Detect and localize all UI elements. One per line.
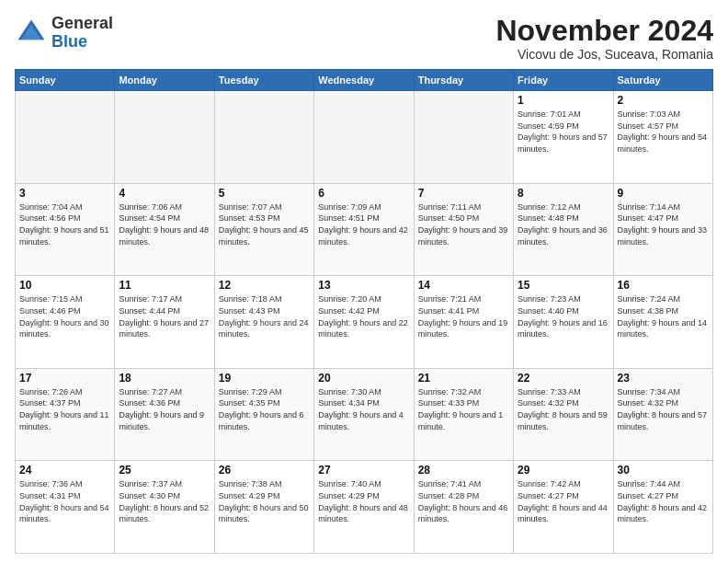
day-number: 27 (318, 464, 409, 477)
logo: General Blue (15, 15, 113, 52)
header: General Blue November 2024 Vicovu de Jos… (15, 15, 713, 62)
calendar-week-row: 1Sunrise: 7:01 AM Sunset: 4:59 PM Daylig… (16, 91, 713, 184)
calendar-cell: 7Sunrise: 7:11 AM Sunset: 4:50 PM Daylig… (414, 183, 513, 276)
calendar-cell (414, 91, 513, 184)
day-number: 29 (518, 464, 609, 477)
day-number: 23 (618, 372, 709, 385)
day-number: 20 (318, 372, 409, 385)
calendar-cell: 17Sunrise: 7:26 AM Sunset: 4:37 PM Dayli… (16, 368, 115, 461)
day-number: 28 (418, 464, 509, 477)
day-info: Sunrise: 7:17 AM Sunset: 4:44 PM Dayligh… (119, 293, 210, 339)
day-info: Sunrise: 7:41 AM Sunset: 4:28 PM Dayligh… (418, 478, 509, 524)
day-info: Sunrise: 7:37 AM Sunset: 4:30 PM Dayligh… (119, 478, 210, 524)
location: Vicovu de Jos, Suceava, Romania (495, 47, 713, 62)
calendar-cell: 27Sunrise: 7:40 AM Sunset: 4:29 PM Dayli… (314, 461, 414, 554)
calendar-cell (115, 91, 214, 184)
calendar-cell: 12Sunrise: 7:18 AM Sunset: 4:43 PM Dayli… (214, 276, 313, 369)
day-info: Sunrise: 7:14 AM Sunset: 4:47 PM Dayligh… (618, 201, 709, 247)
day-number: 6 (318, 187, 409, 200)
calendar-cell: 23Sunrise: 7:34 AM Sunset: 4:32 PM Dayli… (613, 368, 712, 461)
day-number: 10 (19, 279, 110, 292)
day-info: Sunrise: 7:36 AM Sunset: 4:31 PM Dayligh… (19, 478, 110, 524)
day-number: 11 (119, 279, 210, 292)
day-info: Sunrise: 7:07 AM Sunset: 4:53 PM Dayligh… (219, 201, 310, 247)
day-number: 9 (618, 187, 709, 200)
weekday-header-row: SundayMondayTuesdayWednesdayThursdayFrid… (16, 70, 713, 91)
day-number: 18 (119, 372, 210, 385)
day-info: Sunrise: 7:24 AM Sunset: 4:38 PM Dayligh… (618, 293, 709, 339)
calendar-cell: 18Sunrise: 7:27 AM Sunset: 4:36 PM Dayli… (115, 368, 214, 461)
calendar-cell: 13Sunrise: 7:20 AM Sunset: 4:42 PM Dayli… (314, 276, 414, 369)
day-number: 12 (219, 279, 310, 292)
day-info: Sunrise: 7:23 AM Sunset: 4:40 PM Dayligh… (518, 293, 609, 339)
day-info: Sunrise: 7:44 AM Sunset: 4:27 PM Dayligh… (618, 478, 709, 524)
day-number: 24 (19, 464, 110, 477)
logo-blue-text: Blue (51, 33, 113, 52)
day-number: 2 (618, 94, 709, 107)
day-number: 30 (618, 464, 709, 477)
calendar-cell (314, 91, 414, 184)
day-info: Sunrise: 7:30 AM Sunset: 4:34 PM Dayligh… (318, 386, 409, 432)
calendar-cell: 16Sunrise: 7:24 AM Sunset: 4:38 PM Dayli… (613, 276, 712, 369)
day-number: 14 (418, 279, 509, 292)
day-info: Sunrise: 7:26 AM Sunset: 4:37 PM Dayligh… (19, 386, 110, 432)
logo-text: General Blue (51, 15, 113, 52)
calendar-cell: 11Sunrise: 7:17 AM Sunset: 4:44 PM Dayli… (115, 276, 214, 369)
day-info: Sunrise: 7:20 AM Sunset: 4:42 PM Dayligh… (318, 293, 409, 339)
day-info: Sunrise: 7:15 AM Sunset: 4:46 PM Dayligh… (19, 293, 110, 339)
calendar-cell: 5Sunrise: 7:07 AM Sunset: 4:53 PM Daylig… (214, 183, 313, 276)
calendar-cell: 14Sunrise: 7:21 AM Sunset: 4:41 PM Dayli… (414, 276, 513, 369)
weekday-header: Tuesday (214, 70, 313, 91)
day-info: Sunrise: 7:11 AM Sunset: 4:50 PM Dayligh… (418, 201, 509, 247)
calendar-cell: 1Sunrise: 7:01 AM Sunset: 4:59 PM Daylig… (514, 91, 613, 184)
day-number: 3 (19, 187, 110, 200)
day-number: 17 (19, 372, 110, 385)
day-info: Sunrise: 7:38 AM Sunset: 4:29 PM Dayligh… (219, 478, 310, 524)
day-number: 5 (219, 187, 310, 200)
weekday-header: Saturday (613, 70, 712, 91)
day-number: 19 (219, 372, 310, 385)
day-info: Sunrise: 7:01 AM Sunset: 4:59 PM Dayligh… (518, 109, 609, 155)
calendar-cell: 20Sunrise: 7:30 AM Sunset: 4:34 PM Dayli… (314, 368, 414, 461)
day-info: Sunrise: 7:12 AM Sunset: 4:48 PM Dayligh… (518, 201, 609, 247)
day-number: 1 (518, 94, 609, 107)
calendar-cell: 3Sunrise: 7:04 AM Sunset: 4:56 PM Daylig… (16, 183, 115, 276)
calendar-cell: 8Sunrise: 7:12 AM Sunset: 4:48 PM Daylig… (514, 183, 613, 276)
calendar-cell: 6Sunrise: 7:09 AM Sunset: 4:51 PM Daylig… (314, 183, 414, 276)
calendar-cell: 4Sunrise: 7:06 AM Sunset: 4:54 PM Daylig… (115, 183, 214, 276)
logo-icon (15, 17, 48, 50)
day-info: Sunrise: 7:34 AM Sunset: 4:32 PM Dayligh… (618, 386, 709, 432)
calendar-week-row: 10Sunrise: 7:15 AM Sunset: 4:46 PM Dayli… (16, 276, 713, 369)
calendar-cell: 15Sunrise: 7:23 AM Sunset: 4:40 PM Dayli… (514, 276, 613, 369)
title-block: November 2024 Vicovu de Jos, Suceava, Ro… (495, 15, 713, 62)
day-info: Sunrise: 7:04 AM Sunset: 4:56 PM Dayligh… (19, 201, 110, 247)
calendar-week-row: 24Sunrise: 7:36 AM Sunset: 4:31 PM Dayli… (16, 461, 713, 554)
day-number: 22 (518, 372, 609, 385)
calendar-cell: 25Sunrise: 7:37 AM Sunset: 4:30 PM Dayli… (115, 461, 214, 554)
calendar-table: SundayMondayTuesdayWednesdayThursdayFrid… (15, 69, 713, 554)
calendar-cell: 9Sunrise: 7:14 AM Sunset: 4:47 PM Daylig… (613, 183, 712, 276)
day-number: 26 (219, 464, 310, 477)
calendar-cell: 28Sunrise: 7:41 AM Sunset: 4:28 PM Dayli… (414, 461, 513, 554)
calendar-cell: 19Sunrise: 7:29 AM Sunset: 4:35 PM Dayli… (214, 368, 313, 461)
calendar-cell: 26Sunrise: 7:38 AM Sunset: 4:29 PM Dayli… (214, 461, 313, 554)
day-info: Sunrise: 7:32 AM Sunset: 4:33 PM Dayligh… (418, 386, 509, 432)
day-info: Sunrise: 7:03 AM Sunset: 4:57 PM Dayligh… (618, 109, 709, 155)
page: General Blue November 2024 Vicovu de Jos… (0, 0, 728, 563)
day-info: Sunrise: 7:33 AM Sunset: 4:32 PM Dayligh… (518, 386, 609, 432)
weekday-header: Wednesday (314, 70, 414, 91)
day-number: 4 (119, 187, 210, 200)
logo-general-text: General (51, 15, 113, 33)
weekday-header: Monday (115, 70, 214, 91)
day-info: Sunrise: 7:29 AM Sunset: 4:35 PM Dayligh… (219, 386, 310, 432)
day-number: 16 (618, 279, 709, 292)
day-info: Sunrise: 7:18 AM Sunset: 4:43 PM Dayligh… (219, 293, 310, 339)
day-number: 7 (418, 187, 509, 200)
day-number: 8 (518, 187, 609, 200)
weekday-header: Sunday (16, 70, 115, 91)
calendar-cell: 30Sunrise: 7:44 AM Sunset: 4:27 PM Dayli… (613, 461, 712, 554)
day-info: Sunrise: 7:42 AM Sunset: 4:27 PM Dayligh… (518, 478, 609, 524)
calendar-cell: 2Sunrise: 7:03 AM Sunset: 4:57 PM Daylig… (613, 91, 712, 184)
calendar-cell: 22Sunrise: 7:33 AM Sunset: 4:32 PM Dayli… (514, 368, 613, 461)
day-number: 21 (418, 372, 509, 385)
